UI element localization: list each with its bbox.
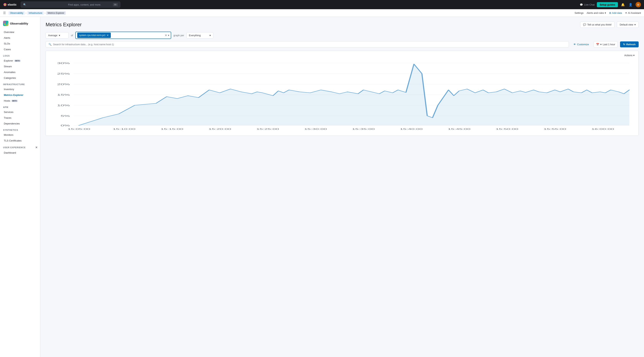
- cases-label: Cases: [4, 48, 11, 51]
- everything-chevron-icon: ▾: [210, 34, 211, 37]
- actions-chevron-icon: ▾: [633, 54, 634, 57]
- svg-text:25%: 25%: [57, 72, 70, 75]
- sidebar-app-title: Observability: [10, 22, 28, 25]
- svg-rect-4: [4, 22, 6, 23]
- observability-logo: [3, 21, 8, 26]
- synthetics-section-header: Synthetics: [0, 126, 40, 132]
- sidebar-item-metrics-explorer[interactable]: Metrics Explorer: [1, 92, 39, 98]
- setup-guides-button[interactable]: Setup guides: [597, 2, 618, 7]
- stream-label: Stream: [4, 65, 12, 68]
- sidebar-item-categories[interactable]: Categories: [1, 75, 39, 81]
- global-search[interactable]: 🔍 Find apps, content, and more. ⌘/: [21, 2, 120, 8]
- eye-icon: 👁: [574, 43, 576, 46]
- of-label: of: [71, 34, 73, 37]
- svg-text:15:25:00: 15:25:00: [256, 128, 279, 130]
- search-shortcut: ⌘/: [113, 3, 118, 6]
- breadcrumb-right-actions: Settings Alerts and rules ▾ ⊞ Add data ✦…: [574, 12, 641, 14]
- breadcrumb-observability[interactable]: Observability: [8, 11, 25, 15]
- breadcrumb-sep-1: ›: [26, 12, 26, 14]
- svg-text:16:00:00: 16:00:00: [591, 128, 614, 130]
- metrics-explorer-label: Metrics Explorer: [4, 94, 24, 96]
- refresh-icon: ↻: [623, 43, 625, 46]
- explorer-beta-badge: BETA: [14, 60, 21, 62]
- time-range-selector[interactable]: 📅 ▾ Last 1 hour: [594, 41, 618, 48]
- svg-text:15:45:00: 15:45:00: [448, 128, 470, 130]
- sidebar-item-overview[interactable]: Overview: [1, 29, 39, 35]
- aggregation-select[interactable]: Average ▾: [46, 32, 68, 38]
- sidebar-item-inventory[interactable]: Inventory: [1, 86, 39, 92]
- sidebar-item-explorer[interactable]: Explorer BETA: [1, 58, 39, 64]
- chart-container: Actions ▾ 30% 25% 20% 15% 10% 5% 0%: [46, 50, 639, 136]
- page-title: Metrics Explorer: [46, 22, 82, 28]
- search-placeholder: Find apps, content, and more.: [68, 3, 111, 6]
- anomalies-label: Anomalies: [4, 71, 16, 74]
- tls-label: TLS Certificates: [4, 139, 22, 142]
- sparkle-icon: ✦: [625, 12, 627, 14]
- add-data-button[interactable]: ⊞ Add data: [609, 12, 622, 14]
- page-header: Metrics Explorer 💬 Tell us what you thin…: [46, 22, 639, 28]
- breadcrumb-current: Metrics Explorer: [46, 11, 66, 15]
- dashboard-label: Dashboard: [4, 151, 16, 154]
- avatar[interactable]: D: [636, 2, 641, 7]
- actions-row: Actions ▾: [50, 54, 634, 57]
- infrastructure-section-header: Infrastructure: [0, 81, 40, 86]
- svg-text:elastic: elastic: [8, 3, 17, 6]
- svg-text:15:50:00: 15:50:00: [496, 128, 518, 130]
- sidebar-item-tls[interactable]: TLS Certificates: [1, 138, 39, 144]
- graph-per-label: graph per: [174, 34, 184, 37]
- search-input-container[interactable]: 🔍 Search for infrastructure data... (e.g…: [46, 41, 569, 48]
- svg-text:30%: 30%: [57, 62, 70, 64]
- sidebar-header: Observability: [0, 19, 40, 29]
- svg-text:15:05:00: 15:05:00: [68, 128, 90, 130]
- chat-icon: 💬: [580, 3, 583, 6]
- refresh-button[interactable]: ↻ Refresh: [620, 42, 639, 47]
- live-chat-button[interactable]: 💬 Live Chat: [580, 3, 594, 6]
- sidebar-item-anomalies[interactable]: Anomalies: [1, 70, 39, 75]
- settings-link[interactable]: Settings: [574, 12, 584, 14]
- sidebar-item-dependencies[interactable]: Dependencies: [1, 121, 39, 126]
- actions-button[interactable]: Actions ▾: [624, 54, 634, 57]
- dependencies-label: Dependencies: [4, 122, 20, 125]
- svg-text:20%: 20%: [57, 83, 70, 86]
- svg-text:10%: 10%: [57, 104, 70, 106]
- sidebar-item-slos[interactable]: SLOs: [1, 41, 39, 46]
- sidebar-item-services[interactable]: Services: [1, 109, 39, 115]
- svg-text:15:30:00: 15:30:00: [304, 128, 327, 130]
- sidebar-item-hosts[interactable]: Hosts BETA: [1, 98, 39, 104]
- sidebar-item-dashboard[interactable]: Dashboard: [1, 150, 39, 156]
- menu-toggle-icon[interactable]: ☰: [3, 11, 6, 15]
- default-view-button[interactable]: Default view ▾: [617, 22, 639, 28]
- svg-point-2: [4, 4, 6, 5]
- customize-button[interactable]: 👁 Customize: [571, 42, 591, 47]
- breadcrumb-infrastructure[interactable]: Infrastructure: [27, 11, 44, 15]
- svg-text:15:20:00: 15:20:00: [208, 128, 231, 130]
- chevron-down-icon: ▾: [634, 23, 636, 26]
- monitors-label: Monitors: [4, 134, 14, 136]
- chevron-down-icon: ▾: [605, 12, 606, 14]
- alerts-rules-button[interactable]: Alerts and rules ▾: [587, 12, 606, 14]
- sidebar-item-alerts[interactable]: Alerts: [1, 35, 39, 41]
- sidebar-item-monitors[interactable]: Monitors: [1, 132, 39, 138]
- news-icon[interactable]: 🔔: [620, 2, 626, 7]
- search-icon: 🔍: [23, 3, 66, 6]
- clear-metric-icon[interactable]: ✕: [165, 34, 167, 37]
- everything-select[interactable]: Everything ▾: [186, 32, 213, 38]
- users-icon[interactable]: 👤: [628, 2, 633, 7]
- elastic-logo[interactable]: elastic: [3, 2, 18, 7]
- sidebar-item-traces[interactable]: Traces: [1, 115, 39, 120]
- feedback-button[interactable]: 💬 Tell us what you think!: [580, 22, 614, 28]
- inventory-label: Inventory: [4, 88, 14, 91]
- search-icon: 🔍: [48, 43, 52, 46]
- grid-icon: ⊞: [609, 12, 611, 14]
- metric-chevron-icon[interactable]: ▾: [168, 34, 169, 37]
- metric-tag-close[interactable]: ✕: [106, 34, 109, 37]
- metric-field-container[interactable]: system.cpu.total.norm.pct ✕ ✕ ▾: [75, 32, 171, 39]
- sidebar-item-stream[interactable]: Stream: [1, 64, 39, 69]
- svg-text:5%: 5%: [60, 115, 70, 117]
- calendar-chevron-icon: ▾: [600, 43, 602, 46]
- overview-label: Overview: [4, 31, 14, 34]
- sidebar-item-cases[interactable]: Cases: [1, 46, 39, 52]
- ai-assistant-button[interactable]: ✦ AI Assistant: [625, 12, 641, 14]
- chevron-down-icon: ▾: [59, 34, 60, 37]
- top-navigation: elastic 🔍 Find apps, content, and more. …: [0, 0, 644, 9]
